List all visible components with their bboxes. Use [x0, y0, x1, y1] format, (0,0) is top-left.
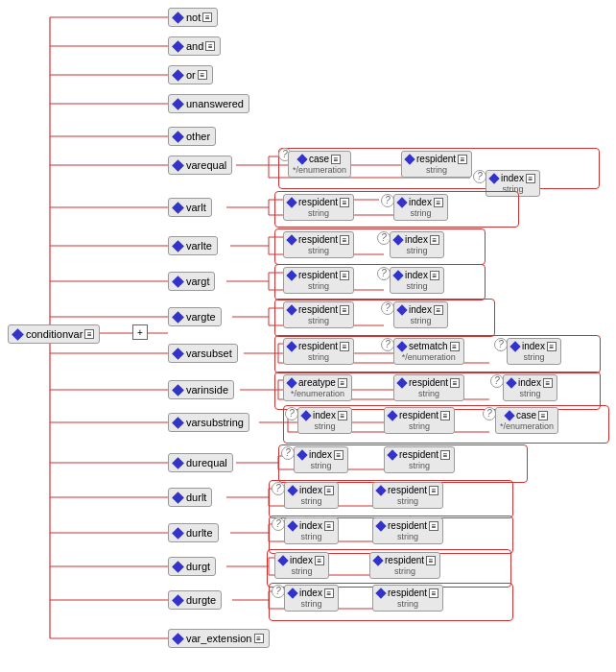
- durlte-label: durlte: [186, 527, 213, 539]
- unanswered-node[interactable]: unanswered: [168, 94, 249, 113]
- vargt-respident-field[interactable]: respident ≡ string: [283, 267, 354, 294]
- varinside-respident-field[interactable]: respident ≡ string: [393, 374, 464, 401]
- var-extension-label: var_extension: [186, 633, 252, 644]
- varsubset-node[interactable]: varsubset: [168, 344, 238, 363]
- varsubset-index-field[interactable]: index ≡ string: [507, 338, 561, 365]
- varsubstring-index-optional: ?: [285, 407, 298, 420]
- diamond-icon: [172, 98, 184, 110]
- conditionvar-label: conditionvar: [26, 328, 83, 340]
- diamond-icon: [172, 594, 184, 607]
- conditionvar-plus[interactable]: +: [132, 324, 148, 340]
- durequal-node[interactable]: durequal: [168, 453, 233, 472]
- other-node[interactable]: other: [168, 127, 216, 146]
- varinside-node[interactable]: varinside: [168, 380, 234, 399]
- conditionvar-expand[interactable]: ≡: [84, 329, 94, 339]
- varsubset-setmatch-field[interactable]: setmatch ≡ */enumeration: [393, 338, 464, 365]
- diamond-icon: [172, 69, 184, 82]
- diamond-icon: [172, 240, 184, 252]
- diamond-icon: [172, 633, 184, 645]
- or-expand[interactable]: ≡: [198, 70, 207, 80]
- varequal-node[interactable]: varequal: [168, 156, 232, 175]
- vargte-respident-field[interactable]: respident ≡ string: [283, 301, 354, 328]
- durgt-node[interactable]: durgt: [168, 557, 216, 576]
- varinside-areatype-field[interactable]: areatype ≡ */enumeration: [283, 374, 352, 401]
- not-node[interactable]: not ≡: [168, 8, 218, 27]
- durgte-index-field[interactable]: index ≡ string: [284, 585, 339, 612]
- varlt-index-optional: ?: [381, 194, 394, 207]
- vargte-label: vargte: [186, 311, 216, 323]
- durlte-index-field[interactable]: index ≡ string: [284, 517, 339, 544]
- varlte-label: varlte: [186, 240, 212, 252]
- varequal-case-field[interactable]: case ≡ */enumeration: [288, 151, 351, 178]
- varsubstring-case-optional: ?: [483, 407, 496, 420]
- varlt-label: varlt: [186, 202, 206, 213]
- varsubset-label: varsubset: [186, 348, 232, 359]
- durgt-respident-field[interactable]: respident ≡ string: [369, 552, 440, 579]
- diamond-icon: [172, 417, 184, 429]
- diamond-icon: [172, 12, 184, 24]
- durequal-label: durequal: [186, 457, 227, 468]
- diamond-icon: [172, 131, 184, 143]
- varlt-node[interactable]: varlt: [168, 198, 212, 217]
- and-label: and: [186, 40, 203, 52]
- varlt-index-field[interactable]: index ≡ string: [393, 194, 448, 221]
- durequal-respident-field[interactable]: respident ≡ string: [384, 446, 455, 473]
- durlt-index-field[interactable]: index ≡ string: [284, 482, 339, 509]
- unanswered-label: unanswered: [186, 98, 244, 109]
- durlte-respident-field[interactable]: respident ≡ string: [372, 517, 443, 544]
- and-expand[interactable]: ≡: [205, 41, 215, 51]
- varinside-index-optional: ?: [490, 374, 504, 388]
- varsubstring-index-field[interactable]: index ≡ string: [297, 407, 352, 434]
- durlt-label: durlt: [186, 492, 206, 503]
- varsubstring-case-field[interactable]: case ≡ */enumeration: [495, 407, 558, 434]
- diamond-icon: [172, 348, 184, 360]
- durlte-index-optional: ?: [272, 517, 285, 531]
- durlt-node[interactable]: durlt: [168, 488, 212, 507]
- diamond-icon: [172, 276, 184, 288]
- varlte-respident-field[interactable]: respident ≡ string: [283, 231, 354, 258]
- diamond-icon: [172, 527, 184, 540]
- diamond-icon: [172, 311, 184, 324]
- not-expand[interactable]: ≡: [202, 12, 212, 22]
- durlte-node[interactable]: durlte: [168, 523, 219, 542]
- varequal-label: varequal: [186, 159, 226, 171]
- vargt-label: vargt: [186, 276, 209, 287]
- varlte-index-field[interactable]: index ≡ string: [390, 231, 444, 258]
- vargte-index-field[interactable]: index ≡ string: [393, 301, 448, 328]
- vargte-node[interactable]: vargte: [168, 307, 222, 326]
- and-node[interactable]: and ≡: [168, 36, 221, 56]
- diamond-icon: [172, 492, 184, 504]
- durgte-node[interactable]: durgte: [168, 590, 222, 610]
- vargt-index-field[interactable]: index ≡ string: [390, 267, 444, 294]
- vargt-node[interactable]: vargt: [168, 272, 215, 291]
- vargte-index-optional: ?: [381, 301, 394, 315]
- varinside-label: varinside: [186, 384, 228, 396]
- vargt-index-optional: ?: [377, 267, 391, 280]
- conditionvar-node[interactable]: conditionvar ≡: [8, 324, 100, 344]
- varequal-respident-field[interactable]: respident ≡ string: [401, 151, 472, 178]
- diamond-icon: [12, 328, 24, 341]
- durgte-respident-field[interactable]: respident ≡ string: [372, 585, 443, 612]
- var-extension-expand[interactable]: ≡: [254, 634, 264, 643]
- durgt-index-field[interactable]: index ≡ string: [274, 552, 329, 579]
- diamond-icon: [172, 384, 184, 396]
- or-node[interactable]: or ≡: [168, 65, 213, 84]
- varsubset-respident-field[interactable]: respident ≡ string: [283, 338, 354, 365]
- not-label: not: [186, 12, 201, 23]
- varsubset-setmatch-optional: ?: [381, 338, 394, 351]
- diamond-icon: [172, 457, 184, 469]
- varsubstring-node[interactable]: varsubstring: [168, 413, 249, 432]
- varsubstring-respident-field[interactable]: respident ≡ string: [384, 407, 455, 434]
- varsubstring-label: varsubstring: [186, 417, 244, 428]
- varequal-index-optional: ?: [473, 170, 486, 183]
- varlt-respident-field[interactable]: respident ≡ string: [283, 194, 354, 221]
- varinside-index-field[interactable]: index ≡ string: [503, 374, 557, 401]
- durgt-label: durgt: [186, 561, 210, 572]
- varsubset-index-optional: ?: [494, 338, 508, 351]
- diamond-icon: [172, 159, 184, 172]
- var-extension-node[interactable]: var_extension ≡: [168, 629, 270, 648]
- durequal-index-field[interactable]: index ≡ string: [294, 446, 348, 473]
- varlte-node[interactable]: varlte: [168, 236, 218, 255]
- durlt-respident-field[interactable]: respident ≡ string: [372, 482, 443, 509]
- durgte-label: durgte: [186, 594, 216, 606]
